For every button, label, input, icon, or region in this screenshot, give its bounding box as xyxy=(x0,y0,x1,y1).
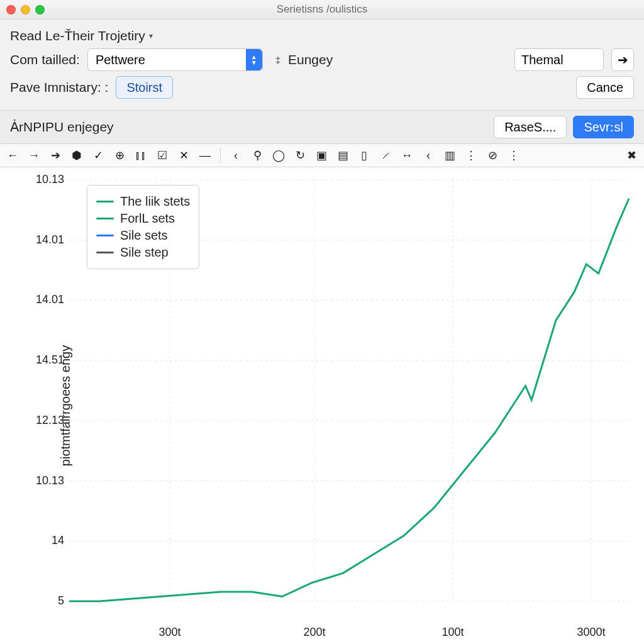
legend-item: Sile step xyxy=(96,245,190,260)
toolbar: ←→➔⬢✓⊕⫿⫿☑✕—‹⚲◯↻▣▤▯⟋↔‹▥⋮⊘⋮ ✖ xyxy=(0,144,644,167)
legend-label: Sile sets xyxy=(120,228,168,243)
toolbar-icon-23[interactable]: ⊘ xyxy=(486,148,499,162)
legend-swatch-icon xyxy=(96,201,114,203)
legend-item: ForlL sets xyxy=(96,211,190,226)
titlebar: Serietisns /oulistics xyxy=(0,0,644,19)
stoirst-button[interactable]: Stoirst xyxy=(116,76,173,99)
x-tick: 100t xyxy=(441,626,464,639)
legend-swatch-icon xyxy=(96,235,114,236)
toolbar-icon-9[interactable]: — xyxy=(199,149,211,162)
breadcrumb-label: Read Le-Ťheir Trojetiry xyxy=(10,28,145,43)
toolbar-icon-2[interactable]: ➔ xyxy=(49,148,62,162)
minimize-icon[interactable] xyxy=(21,5,30,14)
breadcrumb[interactable]: Read Le-Ťheir Trojetiry ▾ xyxy=(10,28,153,43)
toolbar-icon-19[interactable]: ↔ xyxy=(401,149,413,162)
y-tick: 14.51 xyxy=(33,353,64,367)
y-tick: 14.01 xyxy=(33,233,64,247)
select-stepper-icon[interactable]: ▲▼ xyxy=(246,49,262,70)
legend-swatch-icon xyxy=(96,252,114,253)
sevrsl-button[interactable]: Sevrːsl xyxy=(573,116,634,138)
header-panel: Read Le-Ťheir Trojetiry ▾ Com tailled: P… xyxy=(0,19,644,111)
rase-button[interactable]: RaseS.... xyxy=(494,116,567,138)
toolbar-icon-18[interactable]: ⟋ xyxy=(379,149,392,162)
toolbar-icon-6[interactable]: ⫿⫿ xyxy=(135,149,147,162)
legend: The liik stetsForlL setsSile setsSile st… xyxy=(87,185,199,269)
y-tick: 10.13 xyxy=(33,474,64,487)
y-tick: 14 xyxy=(33,534,64,547)
toolbar-icon-7[interactable]: ☑ xyxy=(156,148,169,162)
legend-item: Sile sets xyxy=(96,228,190,243)
legend-label: Sile step xyxy=(120,245,169,260)
toolbar-icon-3[interactable]: ⬢ xyxy=(70,148,83,162)
toolbar-icon-1[interactable]: → xyxy=(28,149,40,162)
eungey-label: Eungey xyxy=(288,52,333,67)
zoom-icon[interactable] xyxy=(35,5,45,14)
toolbar-icon-22[interactable]: ⋮ xyxy=(465,148,477,162)
close-icon[interactable] xyxy=(6,5,16,14)
toolbar-icon-24[interactable]: ⋮ xyxy=(508,148,520,162)
legend-item: The liik stets xyxy=(96,194,190,209)
y-tick: 14.01 xyxy=(33,293,64,306)
tool-end-icon[interactable]: ✖ xyxy=(625,148,638,162)
themal-field[interactable]: Themal xyxy=(514,48,604,71)
eungey-glyph-icon: ‡ xyxy=(275,55,280,65)
subheader: ȦrNPIPU enjegey RaseS.... Sevrːsl xyxy=(0,111,644,144)
window-title: Serietisns /oulistics xyxy=(0,3,644,16)
toolbar-icon-17[interactable]: ▯ xyxy=(358,148,370,162)
toolbar-icon-13[interactable]: ◯ xyxy=(272,148,285,162)
y-tick: 10.13 xyxy=(33,173,64,186)
toolbar-icon-0[interactable]: ← xyxy=(6,149,19,162)
arrow-right-icon: ➔ xyxy=(618,52,628,67)
y-tick: 12.13 xyxy=(33,414,64,427)
toolbar-icon-21[interactable]: ▥ xyxy=(443,148,456,162)
toolbar-icon-12[interactable]: ⚲ xyxy=(251,148,264,162)
toolbar-icon-8[interactable]: ✕ xyxy=(177,148,190,162)
toolbar-icon-5[interactable]: ⊕ xyxy=(113,148,126,162)
legend-swatch-icon xyxy=(96,218,114,219)
pave-label: Pave Imnistary: : xyxy=(10,80,108,95)
go-button[interactable]: ➔ xyxy=(611,48,634,71)
chevron-down-icon: ▾ xyxy=(149,31,153,40)
cance-button[interactable]: Cance xyxy=(576,76,634,99)
x-tick: 3000t xyxy=(577,626,605,639)
x-tick: 300t xyxy=(158,626,180,639)
y-tick: 5 xyxy=(33,594,64,608)
page-title: ȦrNPIPU enjegey xyxy=(10,119,114,135)
toolbar-icon-15[interactable]: ▣ xyxy=(315,148,328,162)
toolbar-icon-16[interactable]: ▤ xyxy=(336,148,349,162)
x-tick: 200t xyxy=(303,626,325,639)
chart-area: piotmtfairrgoees engy The liik stetsForl… xyxy=(0,167,644,644)
com-tailled-label: Com tailled: xyxy=(10,52,80,67)
com-tailled-value: Pettwere xyxy=(96,53,145,67)
legend-label: The liik stets xyxy=(120,194,190,209)
legend-label: ForlL sets xyxy=(120,211,175,226)
toolbar-icon-11[interactable]: ‹ xyxy=(230,149,242,162)
toolbar-icon-14[interactable]: ↻ xyxy=(294,148,306,162)
toolbar-icon-20[interactable]: ‹ xyxy=(422,149,435,162)
toolbar-icon-4[interactable]: ✓ xyxy=(92,148,104,162)
com-tailled-select[interactable]: Pettwere ▲▼ xyxy=(87,48,263,71)
